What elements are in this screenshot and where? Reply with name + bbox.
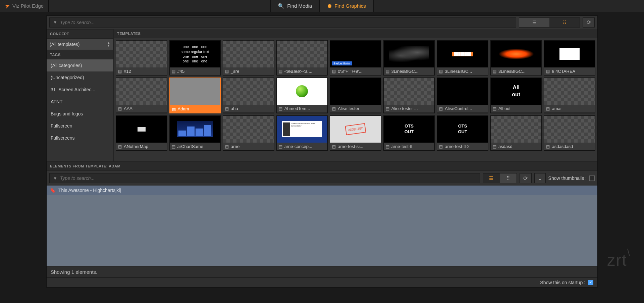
- template-icon: ▤: [279, 144, 282, 149]
- template-card[interactable]: ▤aha: [223, 78, 274, 113]
- template-card[interactable]: ▤asdasdasd: [544, 115, 595, 151]
- elements-refresh-button[interactable]: ⟳: [520, 173, 532, 183]
- filter-icon: ▼: [53, 176, 57, 181]
- templates-search[interactable]: ▼: [49, 17, 516, 28]
- elements-grid-view-button[interactable]: ⠿: [500, 173, 517, 183]
- template-card[interactable]: ▤#12: [116, 40, 167, 75]
- refresh-icon: ⟳: [587, 19, 591, 26]
- refresh-button[interactable]: ⟳: [583, 17, 595, 28]
- template-label: AAA: [124, 106, 132, 111]
- template-card[interactable]: ▤asdasd: [490, 115, 542, 151]
- template-card[interactable]: one one onesome regular textone one oneo…: [169, 40, 221, 75]
- elements-search[interactable]: ▼: [49, 173, 480, 183]
- template-card[interactable]: REJECTED▤arne-test-si...: [330, 115, 381, 151]
- app-logo: ➤ Viz Pilot Edge: [0, 0, 49, 12]
- template-label: asdasd: [498, 144, 513, 149]
- elements-header: ELEMENTS FROM TEMPLATE: ADAM: [47, 161, 597, 171]
- tag-item[interactable]: ATNT: [47, 96, 113, 108]
- elements-list-view-button[interactable]: ☰: [483, 173, 500, 183]
- tab-label: Find Graphics: [334, 3, 366, 9]
- filter-icon: ▼: [53, 20, 57, 25]
- tags-header: TAGS: [47, 50, 113, 59]
- template-card[interactable]: ▤Alise tester ...: [383, 78, 435, 113]
- template-label: #45: [177, 69, 185, 74]
- template-icon: ▤: [332, 69, 336, 74]
- template-icon: ▤: [493, 144, 496, 149]
- template-card[interactable]: ▤AhmedTem...: [276, 78, 328, 113]
- template-icon: ▤: [386, 144, 389, 149]
- template-icon: ▤: [279, 69, 282, 74]
- updown-icon: ▲▼: [107, 42, 110, 47]
- search-input[interactable]: [60, 20, 513, 25]
- template-label: asdasdasd: [552, 144, 573, 149]
- template-card[interactable]: OTSOUT▤arne-test-tl-2: [437, 115, 488, 151]
- template-card[interactable]: ▤ANotherMap: [116, 115, 167, 151]
- template-label: Alise tester: [338, 106, 359, 111]
- template-icon: ▤: [332, 144, 336, 149]
- template-label: arne-test-tl: [391, 144, 412, 149]
- list-icon: ☰: [532, 20, 537, 25]
- template-icon: ▤: [172, 69, 175, 74]
- template-card[interactable]: ▤amar: [544, 78, 595, 113]
- template-card[interactable]: ▤<æøæø><a ...: [276, 40, 328, 75]
- template-card[interactable]: Helge Holm▤0\8''+˙'¨\+9'...: [330, 40, 381, 75]
- template-label: All out: [498, 106, 511, 111]
- template-card[interactable]: OTSOUT▤arne-test-tl: [383, 115, 435, 151]
- template-icon: ▤: [386, 106, 389, 111]
- template-icon: ▤: [546, 69, 550, 74]
- template-icon: ▤: [225, 144, 229, 149]
- bookmark-icon: 🔖: [50, 188, 56, 193]
- tab-find-graphics[interactable]: ⬢ Find Graphics: [320, 0, 373, 12]
- template-icon: ▤: [172, 107, 176, 111]
- template-card[interactable]: ▤Alise tester: [330, 78, 381, 113]
- template-label: _sre: [231, 69, 239, 74]
- template-card[interactable]: ▤Adam: [169, 78, 221, 113]
- template-label: arne-test-si...: [338, 144, 363, 149]
- template-icon: ▤: [172, 144, 175, 149]
- template-card[interactable]: ▤8.4CTAREA: [544, 40, 595, 75]
- template-card[interactable]: ▤arne: [223, 115, 274, 151]
- template-icon: ▤: [118, 106, 122, 111]
- tag-item[interactable]: 31_Screen Architec...: [47, 84, 113, 96]
- grid-view-button[interactable]: ⠿: [549, 18, 580, 27]
- watermark: zrt\: [607, 251, 631, 269]
- template-card[interactable]: Lorem ipsum dolor sit amet consectetur▤a…: [276, 115, 328, 151]
- tag-item[interactable]: (All categories): [47, 59, 113, 71]
- element-row[interactable]: 🔖This Awesome - Highchartsjklj: [47, 186, 597, 195]
- tag-item[interactable]: Bugs and logos: [47, 108, 113, 120]
- template-card[interactable]: ▤3LinesBIGC...: [490, 40, 542, 75]
- templates-header: TEMPLATES: [114, 29, 597, 38]
- template-label: arne: [231, 144, 239, 149]
- collapse-button[interactable]: ⌄: [534, 173, 546, 183]
- template-card[interactable]: ▤3LinesBIGC...: [383, 40, 435, 75]
- template-card[interactable]: ▤AliseControl...: [437, 78, 488, 113]
- cube-icon: ⬢: [327, 3, 332, 9]
- tag-item[interactable]: Fullscreens: [47, 132, 113, 144]
- template-icon: ▤: [546, 144, 550, 149]
- elements-search-input[interactable]: [60, 175, 476, 181]
- template-icon: ▤: [225, 106, 229, 111]
- tab-find-media[interactable]: 🔍 Find Media: [270, 0, 320, 12]
- template-card[interactable]: ▤_sre: [223, 40, 274, 75]
- show-thumbnails-checkbox[interactable]: [589, 175, 595, 181]
- concept-value: (All templates): [50, 42, 79, 47]
- tag-item[interactable]: (Uncategorized): [47, 71, 113, 84]
- template-icon: ▤: [439, 144, 443, 149]
- concept-header: CONCEPT: [47, 29, 113, 39]
- tag-item[interactable]: Fullscreen: [47, 120, 113, 132]
- template-card[interactable]: Allout▤All out: [490, 78, 542, 113]
- list-icon: ☰: [489, 175, 493, 181]
- template-icon: ▤: [493, 69, 496, 74]
- template-icon: ▤: [118, 69, 122, 74]
- template-card[interactable]: ▤AAA: [116, 78, 167, 113]
- template-icon: ▤: [279, 106, 282, 111]
- concept-select[interactable]: (All templates) ▲▼: [47, 39, 113, 50]
- template-label: 3LinesBIGC...: [391, 69, 419, 74]
- tab-label: Find Media: [287, 3, 312, 9]
- startup-checkbox[interactable]: [588, 280, 593, 285]
- template-card[interactable]: ████████▤3LinesBIGC...: [437, 40, 488, 75]
- template-label: ANotherMap: [124, 144, 148, 149]
- list-view-button[interactable]: ☰: [519, 18, 549, 27]
- template-card[interactable]: ▤arChartSame: [169, 115, 221, 151]
- template-label: amar: [552, 106, 562, 111]
